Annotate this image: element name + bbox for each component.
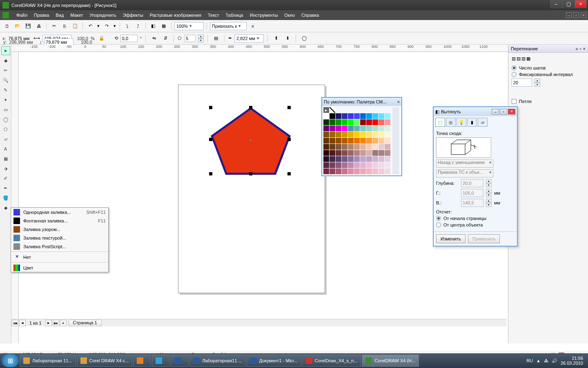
color-swatch[interactable] (348, 168, 354, 174)
color-swatch[interactable] (360, 162, 366, 168)
menu-table[interactable]: Таблица (223, 13, 247, 18)
docker-close-icon[interactable]: × (583, 46, 586, 51)
color-swatch[interactable] (330, 113, 335, 119)
color-swatch[interactable] (323, 156, 329, 162)
color-swatch[interactable] (348, 113, 354, 119)
mirror-h-icon[interactable]: ⇋ (149, 34, 158, 43)
color-swatch[interactable] (366, 119, 372, 125)
color-swatch[interactable] (379, 168, 384, 174)
color-swatch[interactable] (366, 144, 372, 150)
tray-icon[interactable]: ▲ (536, 358, 541, 363)
color-swatch[interactable] (348, 144, 354, 150)
color-swatch[interactable] (348, 119, 354, 125)
extrude-vp-select[interactable]: Привязка ТС к объе...▾ (436, 169, 493, 177)
color-swatch[interactable] (360, 126, 366, 131)
vertical-ruler[interactable] (11, 52, 19, 343)
horizontal-ruler[interactable]: миллиметры -150-100-50050100150200250300… (11, 45, 588, 52)
menu-window[interactable]: Окно (281, 13, 298, 18)
color-swatch[interactable] (342, 162, 347, 168)
palette-nav-icon[interactable]: ▸ (323, 107, 329, 113)
color-swatch[interactable] (385, 162, 390, 168)
color-swatch[interactable] (348, 150, 354, 156)
crop-tool[interactable]: ✂ (1, 66, 10, 75)
color-swatch[interactable] (323, 144, 329, 150)
blend-tab-steps[interactable]: ▥ (512, 56, 516, 61)
color-swatch[interactable] (366, 113, 372, 119)
taskbar-item[interactable]: Лабораторная11 ... (189, 355, 246, 367)
color-swatch[interactable] (323, 162, 329, 168)
taskbar-item[interactable]: Corel DRAW X4 с... (77, 355, 133, 367)
color-swatch[interactable] (366, 126, 372, 131)
color-swatch[interactable] (354, 126, 360, 131)
text-tool[interactable]: A (1, 144, 10, 153)
edit-button[interactable]: Изменить (436, 234, 466, 243)
color-swatch[interactable] (336, 138, 341, 144)
zoom-combo[interactable]: 100%▾ (174, 22, 204, 30)
extrude-tab-bevel[interactable]: ▱ (478, 118, 488, 127)
convert-curves-icon[interactable]: ◯ (300, 34, 309, 43)
menu-file[interactable]: Файл (13, 13, 31, 18)
docker-undock-icon[interactable]: ▫ (580, 46, 581, 51)
undo-dropdown-icon[interactable]: ▾ (96, 22, 100, 31)
color-swatch[interactable] (336, 162, 341, 168)
color-swatch[interactable] (366, 150, 372, 156)
open-icon[interactable]: 📂 (13, 22, 22, 31)
menu-tools[interactable]: Инструменты (247, 13, 281, 18)
add-page-button[interactable]: + (60, 320, 67, 326)
cut-icon[interactable]: ✂ (49, 22, 58, 31)
fill-menu-item[interactable]: Заливка узором... (11, 225, 108, 233)
last-page-button[interactable]: ⏭ (53, 320, 59, 326)
color-swatch[interactable] (354, 150, 360, 156)
color-swatch[interactable] (372, 162, 378, 168)
color-swatch[interactable] (354, 162, 360, 168)
clock[interactable]: 21:5626.03.2010 (561, 356, 583, 366)
volume-icon[interactable]: 🔊 (552, 358, 557, 364)
color-swatch[interactable] (366, 162, 372, 168)
color-swatch[interactable] (323, 168, 329, 174)
color-swatch[interactable] (342, 119, 347, 125)
shape-tool[interactable]: ◆ (1, 56, 10, 65)
print-icon[interactable]: 🖶 (34, 22, 43, 31)
color-swatch[interactable] (385, 144, 390, 150)
color-swatch[interactable] (330, 162, 335, 168)
close-button[interactable]: × (575, 0, 587, 8)
doc-restore-button[interactable]: ▫ (573, 12, 579, 18)
color-swatch[interactable] (385, 138, 390, 144)
palette-close-icon[interactable]: × (397, 99, 400, 104)
options-icon[interactable]: ≡ (248, 22, 257, 31)
color-swatch[interactable] (342, 150, 347, 156)
taskbar-item[interactable] (133, 355, 151, 367)
docker-collapse-icon[interactable]: » (576, 46, 578, 51)
color-swatch[interactable] (330, 138, 335, 144)
no-color-swatch[interactable] (330, 107, 335, 113)
extrude-tab-rotation[interactable]: ◎ (446, 118, 456, 127)
color-swatch[interactable] (342, 168, 347, 174)
taskbar-item[interactable] (152, 355, 170, 367)
color-swatch[interactable] (372, 132, 378, 137)
color-swatch[interactable] (336, 144, 341, 150)
loop-checkbox[interactable] (512, 99, 517, 104)
sides-up[interactable]: ▴ (198, 34, 204, 38)
color-swatch[interactable] (372, 119, 378, 125)
sides-down[interactable]: ▾ (198, 38, 204, 43)
color-swatch[interactable] (360, 132, 366, 137)
first-page-button[interactable]: ⏮ (12, 320, 18, 326)
color-swatch[interactable] (323, 119, 329, 125)
color-swatch[interactable] (354, 132, 360, 137)
color-swatch[interactable] (372, 168, 378, 174)
color-swatch[interactable] (366, 168, 372, 174)
h-input[interactable] (461, 189, 483, 197)
lock-ratio-icon[interactable]: 🔒 (97, 34, 106, 43)
color-swatch[interactable] (330, 119, 335, 125)
eyedropper-tool[interactable]: ✐ (1, 174, 10, 183)
fill-menu-item[interactable]: Заливка PostScript... (11, 242, 108, 251)
color-swatch[interactable] (336, 156, 341, 162)
color-swatch[interactable] (372, 150, 378, 156)
color-swatch[interactable] (385, 119, 390, 125)
color-swatch[interactable] (354, 156, 360, 162)
color-swatch[interactable] (385, 156, 390, 162)
color-swatch[interactable] (354, 119, 360, 125)
color-swatch[interactable] (342, 156, 347, 162)
color-swatch[interactable] (330, 168, 335, 174)
minimize-button[interactable]: – (550, 0, 562, 8)
